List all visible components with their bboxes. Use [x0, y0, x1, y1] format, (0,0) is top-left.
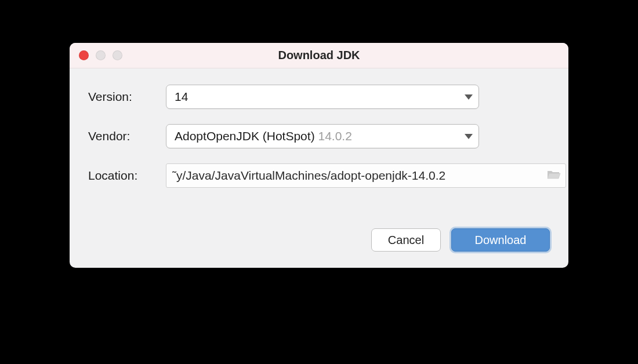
row-location: Location: ˜y/Java/JavaVirtualMachines/ad…	[88, 163, 550, 188]
cancel-button[interactable]: Cancel	[371, 228, 441, 252]
folder-open-icon[interactable]	[547, 169, 561, 183]
row-vendor: Vendor: AdoptOpenJDK (HotSpot) 14.0.2	[88, 124, 550, 148]
minimize-window-button[interactable]	[96, 50, 106, 60]
window-controls	[70, 50, 122, 60]
zoom-window-button[interactable]	[113, 50, 122, 60]
titlebar: Download JDK	[70, 43, 568, 68]
version-value: 14	[175, 90, 459, 104]
version-dropdown[interactable]: 14	[166, 85, 479, 109]
window-title: Download JDK	[70, 49, 568, 62]
chevron-down-icon	[465, 94, 473, 100]
label-location: Location:	[88, 169, 158, 183]
label-version: Version:	[88, 90, 158, 104]
label-vendor: Vendor:	[88, 129, 158, 143]
download-button[interactable]: Download	[451, 228, 550, 252]
row-version: Version: 14	[88, 85, 550, 109]
vendor-version-detail: 14.0.2	[318, 129, 351, 143]
location-value: ˜y/Java/JavaVirtualMachines/adopt-openjd…	[172, 169, 542, 183]
close-window-button[interactable]	[79, 50, 89, 60]
dialog-download-jdk: Download JDK Version: 14 Vendor: AdoptOp…	[70, 43, 568, 268]
location-field[interactable]: ˜y/Java/JavaVirtualMachines/adopt-openjd…	[166, 163, 566, 188]
vendor-dropdown[interactable]: AdoptOpenJDK (HotSpot) 14.0.2	[166, 124, 479, 148]
chevron-down-icon	[465, 134, 473, 139]
button-bar: Cancel Download	[70, 214, 568, 268]
vendor-name: AdoptOpenJDK (HotSpot)	[175, 129, 318, 143]
vendor-value: AdoptOpenJDK (HotSpot) 14.0.2	[175, 129, 459, 143]
form: Version: 14 Vendor: AdoptOpenJDK (HotSpo…	[70, 68, 568, 214]
